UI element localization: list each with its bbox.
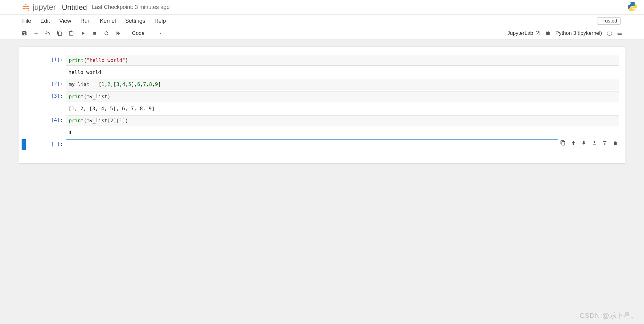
output-body: 4: [66, 127, 622, 138]
cut-icon[interactable]: [45, 30, 51, 36]
restart-icon[interactable]: [104, 30, 109, 36]
interrupt-icon[interactable]: [92, 30, 97, 36]
python-logo-icon: [627, 1, 638, 13]
input-prompt: [3]:: [26, 91, 66, 102]
cell-body: print(my_list[2][1]): [66, 115, 622, 126]
bug-icon[interactable]: [545, 30, 551, 36]
cell-gutter: [22, 67, 26, 78]
jupyter-icon: [22, 3, 30, 12]
restart-run-all-icon[interactable]: [115, 30, 121, 36]
toolbar-right: JupyterLab Python 3 (ipykernel): [507, 30, 622, 36]
cell-gutter: [22, 103, 26, 114]
code-cell[interactable]: [ ]:: [19, 139, 625, 151]
output-body: hello world: [66, 67, 622, 78]
toolbar: Code JupyterLab Python 3 (ipykernel): [0, 27, 644, 39]
menu-item-kernel[interactable]: Kernel: [99, 17, 117, 26]
save-icon[interactable]: [22, 30, 27, 36]
jupyter-logo[interactable]: jupyter: [22, 2, 56, 12]
cell-toolbar: [558, 139, 620, 148]
chevron-down-icon: [158, 31, 163, 35]
output-text: 4: [66, 127, 619, 138]
output-prompt: [26, 103, 66, 114]
menu-item-help[interactable]: Help: [154, 17, 167, 26]
trusted-badge[interactable]: Trusted: [597, 17, 621, 25]
code-cell[interactable]: [1]:print("hello world"): [19, 54, 625, 66]
output-text: hello world: [66, 67, 619, 78]
output-prompt: [26, 127, 66, 138]
code-input[interactable]: print(my_list[2][1]): [66, 115, 619, 126]
insert-below-icon[interactable]: [602, 140, 608, 147]
external-link-icon: [535, 31, 540, 36]
copy-icon[interactable]: [57, 30, 62, 36]
output-text: [1, 2, [3, 4, 5], 6, 7, 8, 9]: [66, 103, 619, 114]
input-prompt: [ ]:: [26, 139, 66, 150]
cell-body: [66, 139, 622, 150]
checkpoint-text: Last Checkpoint: 3 minutes ago: [92, 4, 170, 10]
insert-above-icon[interactable]: [592, 140, 597, 147]
svg-point-2: [23, 10, 24, 10]
delete-cell-icon[interactable]: [613, 140, 618, 147]
output-row: [1, 2, [3, 4, 5], 6, 7, 8, 9]: [19, 103, 625, 115]
cell-gutter: [22, 139, 26, 150]
move-down-icon[interactable]: [581, 140, 587, 147]
open-jupyterlab-link[interactable]: JupyterLab: [507, 30, 540, 36]
cell-gutter: [22, 127, 26, 138]
menu-item-settings[interactable]: Settings: [125, 17, 146, 26]
add-cell-icon[interactable]: [33, 30, 39, 36]
input-prompt: [2]:: [26, 79, 66, 90]
move-up-icon[interactable]: [571, 140, 576, 147]
cell-type-label: Code: [132, 30, 145, 36]
run-icon[interactable]: [80, 30, 86, 36]
svg-point-1: [28, 10, 29, 10]
code-cell[interactable]: [2]:my_list = [1,2,[3,4,5],6,7,8,9]: [19, 78, 625, 90]
output-prompt: [26, 67, 66, 78]
menu-item-file[interactable]: File: [22, 17, 32, 26]
input-prompt: [1]:: [26, 55, 66, 66]
cell-gutter: [22, 55, 26, 66]
cell-body: print("hello world"): [66, 55, 622, 66]
menu-item-edit[interactable]: Edit: [40, 17, 51, 26]
cell-gutter: [22, 79, 26, 90]
kernel-status-icon[interactable]: [607, 31, 612, 36]
notebook-area: [1]:print("hello world")hello world[2]:m…: [0, 39, 644, 171]
svg-point-0: [25, 4, 26, 5]
input-prompt: [4]:: [26, 115, 66, 126]
header: jupyter Untitled Last Checkpoint: 3 minu…: [0, 0, 644, 15]
menu-item-run[interactable]: Run: [80, 17, 91, 26]
cell-type-dropdown[interactable]: Code: [130, 30, 164, 37]
notebook-menu-icon[interactable]: [617, 30, 622, 36]
notebook-title[interactable]: Untitled: [62, 3, 87, 12]
menubar: FileEditViewRunKernelSettingsHelp Truste…: [0, 15, 644, 27]
header-left: jupyter Untitled Last Checkpoint: 3 minu…: [22, 2, 170, 12]
jupyter-brand-text: jupyter: [33, 2, 56, 12]
code-cell[interactable]: [4]:print(my_list[2][1]): [19, 115, 625, 127]
code-input[interactable]: print("hello world"): [66, 55, 619, 66]
paste-icon[interactable]: [68, 30, 74, 36]
notebook: [1]:print("hello world")hello world[2]:m…: [19, 47, 625, 163]
output-body: [1, 2, [3, 4, 5], 6, 7, 8, 9]: [66, 103, 622, 114]
cell-gutter: [22, 91, 26, 102]
jupyterlab-label: JupyterLab: [507, 30, 533, 36]
menu-left: FileEditViewRunKernelSettingsHelp: [22, 17, 167, 26]
code-cell[interactable]: [3]:print(my_list): [19, 91, 625, 103]
cell-gutter: [22, 115, 26, 126]
output-row: 4: [19, 127, 625, 139]
kernel-name[interactable]: Python 3 (ipykernel): [555, 30, 602, 36]
menu-item-view[interactable]: View: [59, 17, 72, 26]
cell-body: print(my_list): [66, 91, 622, 102]
duplicate-cell-icon[interactable]: [560, 140, 566, 147]
output-row: hello world: [19, 66, 625, 78]
code-input[interactable]: my_list = [1,2,[3,4,5],6,7,8,9]: [66, 79, 619, 90]
code-input[interactable]: print(my_list): [66, 91, 619, 102]
toolbar-left: Code: [22, 30, 164, 37]
code-input[interactable]: [66, 139, 619, 150]
cell-body: my_list = [1,2,[3,4,5],6,7,8,9]: [66, 79, 622, 90]
